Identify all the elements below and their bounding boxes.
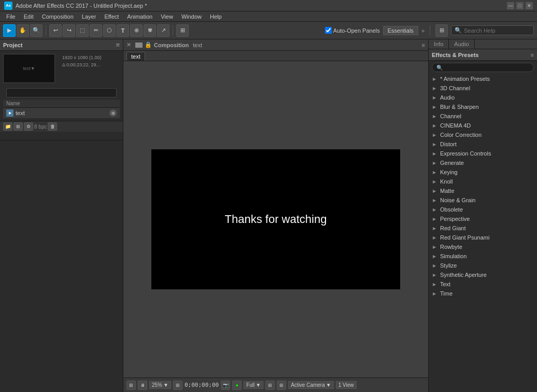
project-new-folder[interactable]: 📁 xyxy=(3,122,12,131)
comp-tab-bar: text xyxy=(123,51,428,61)
effect-rowbyte[interactable]: ▶ Rowbyte xyxy=(429,242,537,251)
effects-menu[interactable]: ≡ xyxy=(531,52,534,58)
grid-button[interactable]: ⊞ xyxy=(173,381,182,390)
menu-file[interactable]: File xyxy=(2,11,20,22)
menu-view[interactable]: View xyxy=(157,11,177,22)
zoom-dropdown[interactable]: 25% ▼ xyxy=(149,381,171,389)
tool-select[interactable]: ▶ xyxy=(3,24,16,37)
quality-dropdown[interactable]: Full ▼ xyxy=(244,381,263,389)
auto-open-panels-checkbox[interactable] xyxy=(325,27,332,34)
color-button[interactable]: ● xyxy=(232,381,242,390)
menu-effect[interactable]: Effect xyxy=(100,11,123,22)
effect-blur-sharpen[interactable]: ▶ Blur & Sharpen xyxy=(429,102,537,111)
comp-name-label: text xyxy=(193,42,202,48)
separator-1 xyxy=(46,25,46,36)
menu-layer[interactable]: Layer xyxy=(78,11,101,22)
project-list-header: Name xyxy=(3,100,120,108)
tool-extra[interactable]: ⊞ xyxy=(176,24,189,37)
effect-text[interactable]: ▶ Text xyxy=(429,279,537,289)
tool-camera[interactable]: ⊕ xyxy=(130,24,143,37)
effect-distort[interactable]: ▶ Distort xyxy=(429,139,537,149)
effects-search-icon: 🔍 xyxy=(436,65,443,71)
menu-bar: File Edit Composition Layer Effect Anima… xyxy=(0,11,537,22)
camera-button[interactable]: 📷 xyxy=(221,381,230,390)
tool-pen[interactable]: ✏ xyxy=(90,24,102,37)
render-queue-button[interactable]: ⊞ xyxy=(126,381,136,390)
search-help-input[interactable] xyxy=(464,27,526,34)
name-column-header: Name xyxy=(6,101,20,106)
tool-puppet[interactable]: ↗ xyxy=(157,24,169,37)
search-help-box[interactable]: 🔍 xyxy=(451,25,534,35)
menu-edit[interactable]: Edit xyxy=(20,11,38,22)
effect-simulation[interactable]: ▶ Simulation xyxy=(429,251,537,261)
more-tools-button[interactable]: » xyxy=(421,27,425,34)
display-mode-button[interactable]: ⊞ xyxy=(435,24,448,37)
auto-open-panels-label[interactable]: Auto-Open Panels xyxy=(325,27,380,34)
close-button[interactable]: ✕ xyxy=(526,2,533,9)
camera-dropdown[interactable]: Active Camera ▼ xyxy=(288,381,333,389)
tool-text[interactable]: T xyxy=(117,24,129,37)
tool-undo[interactable]: ↩ xyxy=(49,24,62,37)
effect-keying[interactable]: ▶ Keying xyxy=(429,167,537,177)
tool-shape[interactable]: ⬡ xyxy=(103,24,116,37)
main-layout: Project ≡ text▼ 1920 x 1080 (1.00) Δ 0;0… xyxy=(0,39,537,392)
effect-animation-presets[interactable]: ▶ * Animation Presets xyxy=(429,74,537,83)
comp-options-menu[interactable]: ≡ xyxy=(422,42,425,48)
project-footer: 📁 ⊞ ⚙ 8 bpc 🗑 xyxy=(0,121,123,132)
effect-cinema4d[interactable]: ▶ CINEMA 4D xyxy=(429,121,537,130)
effect-stylize[interactable]: ▶ Stylize xyxy=(429,261,537,270)
project-new-comp[interactable]: ⊞ xyxy=(13,122,23,131)
effect-time[interactable]: ▶ Time xyxy=(429,289,537,298)
tool-zoom[interactable]: 🔍 xyxy=(30,24,43,37)
effect-obsolete[interactable]: ▶ Obsolete xyxy=(429,205,537,214)
comp-canvas: Thanks for watching xyxy=(151,149,400,289)
effect-red-giant-psunami[interactable]: ▶ Red Giant Psunami xyxy=(429,233,537,242)
effect-noise-grain[interactable]: ▶ Noise & Grain xyxy=(429,195,537,205)
menu-composition[interactable]: Composition xyxy=(38,11,78,22)
menu-animation[interactable]: Animation xyxy=(123,11,157,22)
effects-panel: Effects & Presets ≡ 🔍 ▶ * Animation Pres… xyxy=(429,49,537,392)
bpc-indicator[interactable]: 8 bpc xyxy=(34,124,47,130)
viewer-display-button[interactable]: 🖥 xyxy=(138,381,147,390)
composition-label: Composition xyxy=(154,42,189,48)
effect-synthetic-aperture[interactable]: ▶ Synthetic Aperture xyxy=(429,270,537,279)
effect-perspective[interactable]: ▶ Perspective xyxy=(429,214,537,223)
project-panel-header: Project ≡ xyxy=(0,39,123,51)
menu-help[interactable]: Help xyxy=(206,11,226,22)
project-delete[interactable]: 🗑 xyxy=(48,122,57,131)
project-item[interactable]: ▶ text ⊞ xyxy=(3,108,120,119)
close-panel-button[interactable]: ✕ xyxy=(126,41,131,48)
effect-color-correction[interactable]: ▶ Color Correction xyxy=(429,130,537,139)
project-search-input[interactable] xyxy=(6,88,117,97)
tab-audio[interactable]: Audio xyxy=(449,39,474,49)
tool-light[interactable]: ✾ xyxy=(144,24,156,37)
minimize-button[interactable]: — xyxy=(507,2,514,9)
tab-info[interactable]: Info xyxy=(429,39,449,49)
viewer-extra-1[interactable]: ⊞ xyxy=(265,381,275,390)
item-options[interactable]: ⊞ xyxy=(109,109,117,117)
right-panel: Info Audio Effects & Presets ≡ 🔍 ▶ * Ani… xyxy=(428,39,537,392)
effect-expression-controls[interactable]: ▶ Expression Controls xyxy=(429,149,537,158)
effect-channel[interactable]: ▶ Channel xyxy=(429,111,537,121)
effect-knoll[interactable]: ▶ Knoll xyxy=(429,177,537,186)
project-settings[interactable]: ⚙ xyxy=(24,122,33,131)
effect-matte[interactable]: ▶ Matte xyxy=(429,186,537,195)
effects-search-input[interactable] xyxy=(445,64,517,71)
effect-3d-channel[interactable]: ▶ 3D Channel xyxy=(429,83,537,93)
tab-text[interactable]: text xyxy=(126,52,145,61)
tool-hand[interactable]: ✋ xyxy=(17,24,29,37)
tool-mask[interactable]: ⬚ xyxy=(76,24,89,37)
project-item-name: text xyxy=(16,110,25,116)
project-panel-menu[interactable]: ≡ xyxy=(116,41,120,49)
effect-generate[interactable]: ▶ Generate xyxy=(429,158,537,167)
effect-red-giant[interactable]: ▶ Red Giant xyxy=(429,223,537,233)
views-dropdown[interactable]: 1 View xyxy=(336,381,357,389)
effect-audio[interactable]: ▶ Audio xyxy=(429,93,537,102)
menu-window[interactable]: Window xyxy=(177,11,206,22)
effects-search-box[interactable]: 🔍 xyxy=(432,63,534,72)
project-duration: Δ 0;00;23;22, 29... xyxy=(62,61,102,68)
essentials-button[interactable]: Essentials xyxy=(383,26,418,35)
viewer-extra-2[interactable]: ⊞ xyxy=(277,381,286,390)
maximize-button[interactable]: □ xyxy=(516,2,524,9)
tool-redo[interactable]: ↪ xyxy=(63,24,75,37)
